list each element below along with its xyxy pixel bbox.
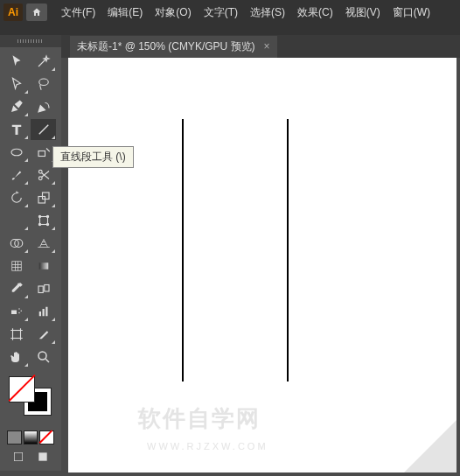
canvas-line-2[interactable]: [287, 119, 289, 382]
mesh-tool[interactable]: [3, 256, 29, 276]
gradient-mode-button[interactable]: [24, 430, 38, 444]
eyedropper-icon: [9, 281, 24, 297]
svg-rect-24: [42, 309, 44, 316]
ellipse-icon: [9, 144, 24, 160]
artboard-tool[interactable]: [3, 324, 29, 345]
scissors-icon: [36, 167, 52, 183]
svg-point-2: [11, 149, 22, 156]
menu-file[interactable]: 文件(F): [56, 3, 101, 23]
line-segment-tool[interactable]: [31, 119, 56, 140]
shaper-icon: [36, 144, 52, 160]
curvature-tool[interactable]: [31, 96, 56, 117]
blend-tool[interactable]: [31, 278, 56, 299]
artboard-icon: [9, 326, 24, 342]
svg-rect-18: [44, 285, 48, 292]
svg-rect-16: [38, 262, 48, 270]
svg-rect-15: [11, 262, 21, 271]
pen-tool[interactable]: [3, 96, 29, 117]
app-logo: Ai: [3, 4, 23, 21]
handle-dots-icon: [17, 39, 44, 43]
hand-tool[interactable]: [3, 346, 29, 368]
paintbrush-icon: [9, 167, 24, 183]
column-graph-tool[interactable]: [31, 301, 56, 322]
menu-view[interactable]: 视图(V): [340, 3, 386, 23]
screen-mode-row: [5, 448, 56, 466]
svg-point-11: [38, 223, 40, 225]
home-icon: [31, 7, 42, 18]
free-transform-tool[interactable]: [31, 210, 56, 231]
type-icon: [9, 122, 24, 137]
svg-point-22: [18, 312, 20, 314]
direct-selection-tool[interactable]: [3, 74, 29, 94]
menu-type[interactable]: 文字(T): [199, 3, 243, 23]
tab-close-button[interactable]: ×: [264, 40, 270, 52]
perspective-grid-tool[interactable]: [31, 233, 56, 254]
graph-icon: [36, 304, 52, 319]
svg-point-21: [20, 311, 22, 312]
width-tool[interactable]: [3, 210, 29, 231]
screen-mode-icon: [36, 450, 50, 464]
svg-rect-26: [12, 331, 20, 339]
eyedropper-tool[interactable]: [3, 278, 29, 299]
svg-point-20: [18, 308, 20, 310]
svg-rect-28: [14, 452, 22, 460]
svg-rect-29: [38, 452, 46, 460]
draw-normal-icon: [11, 450, 25, 464]
scale-tool[interactable]: [31, 187, 56, 208]
screen-mode-button[interactable]: [31, 448, 54, 466]
mesh-icon: [9, 258, 24, 274]
scale-icon: [36, 190, 52, 206]
draw-mode-button[interactable]: [7, 448, 30, 466]
selection-icon: [9, 53, 24, 69]
toolbar: [0, 47, 61, 471]
lasso-icon: [36, 76, 52, 92]
slice-icon: [36, 326, 52, 342]
rotate-tool[interactable]: [3, 187, 29, 208]
symbol-sprayer-tool[interactable]: [3, 301, 29, 322]
selection-tool[interactable]: [3, 51, 29, 72]
type-tool[interactable]: [3, 119, 29, 140]
zoom-tool[interactable]: [31, 346, 56, 368]
shape-builder-icon: [9, 235, 24, 251]
svg-rect-23: [38, 312, 40, 316]
magic-wand-icon: [36, 53, 52, 69]
watermark-text: 软件自学网: [138, 403, 261, 434]
document-tab[interactable]: 未标题-1* @ 150% (CMYK/GPU 预览) ×: [70, 36, 277, 58]
canvas[interactable]: 软件自学网 WWW.RJZXW.COM: [68, 58, 457, 472]
menu-edit[interactable]: 编辑(E): [102, 3, 148, 23]
home-button[interactable]: [26, 4, 47, 21]
slice-tool[interactable]: [31, 324, 56, 345]
menu-select[interactable]: 选择(S): [245, 3, 290, 23]
lasso-tool[interactable]: [31, 74, 56, 94]
paintbrush-tool[interactable]: [3, 164, 29, 186]
svg-line-1: [38, 125, 48, 135]
menu-window[interactable]: 窗口(W): [387, 3, 436, 23]
color-section: [3, 374, 58, 467]
magic-wand-tool[interactable]: [31, 51, 56, 72]
perspective-icon: [36, 235, 52, 251]
fill-stroke-swatches[interactable]: [9, 376, 52, 415]
canvas-line-1[interactable]: [182, 119, 184, 382]
blend-icon: [36, 281, 52, 297]
svg-rect-6: [38, 197, 45, 204]
fill-swatch[interactable]: [9, 376, 35, 402]
rotate-icon: [9, 190, 24, 206]
color-mode-button[interactable]: [7, 430, 22, 444]
direct-selection-icon: [9, 76, 24, 92]
symbol-sprayer-icon: [9, 304, 24, 319]
color-mode-row: [5, 430, 56, 444]
none-mode-button[interactable]: [39, 430, 54, 444]
svg-rect-7: [42, 192, 49, 200]
menu-object[interactable]: 对象(O): [150, 3, 196, 23]
gradient-tool[interactable]: [31, 256, 56, 276]
tab-bar: 未标题-1* @ 150% (CMYK/GPU 预览) ×: [0, 35, 460, 58]
ellipse-tool[interactable]: [3, 142, 29, 163]
svg-point-12: [46, 223, 48, 225]
line-segment-icon: [36, 122, 52, 137]
menu-effect[interactable]: 效果(C): [292, 3, 338, 23]
shape-builder-tool[interactable]: [3, 233, 29, 254]
svg-rect-3: [38, 151, 45, 157]
svg-rect-19: [11, 311, 17, 315]
svg-point-27: [38, 352, 46, 360]
toolbar-handle[interactable]: [0, 35, 61, 47]
